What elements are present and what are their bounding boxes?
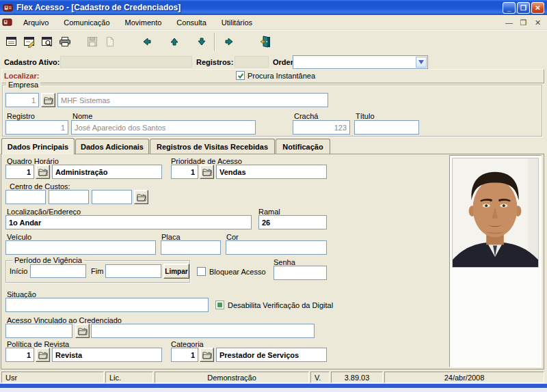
view-record-button[interactable]: [38, 33, 56, 51]
record-card-icon: [5, 36, 18, 48]
cracha-label: Crachá: [294, 112, 318, 120]
record-view-icon: [41, 36, 53, 48]
check-icon: [237, 72, 244, 79]
desabilita-digital-label: Desabilita Verificação da Digital: [228, 301, 333, 309]
menu-arquivo[interactable]: Arquivo: [16, 15, 56, 29]
nome-field[interactable]: [71, 120, 256, 135]
print-button[interactable]: [56, 33, 74, 51]
procura-instantanea-checkbox[interactable]: [236, 71, 245, 80]
acesso-vinculado-code-field[interactable]: [5, 324, 72, 338]
tab-notificacao[interactable]: Notificação: [276, 139, 330, 154]
ordem-dropdown-button[interactable]: [416, 57, 427, 68]
empresa-lookup-button[interactable]: [41, 93, 55, 107]
centro-custos-field-3[interactable]: [92, 190, 132, 204]
clear-button[interactable]: [101, 33, 119, 51]
title-bar: Flex Acesso - [Cadastro de Credenciados]…: [0, 0, 547, 15]
flex-acesso-window: Flex Acesso - [Cadastro de Credenciados]…: [0, 0, 547, 392]
quadro-horario-value-field[interactable]: [52, 165, 162, 179]
status-demonstracao: Demonstração: [155, 372, 309, 383]
menu-bar: Arquivo Comunicação Movimento Consulta U…: [0, 15, 547, 30]
centro-custos-field-1[interactable]: [5, 190, 46, 204]
blank-page-icon: [104, 36, 116, 48]
tab-dados-principais[interactable]: Dados Principais: [1, 138, 75, 154]
senha-field[interactable]: [274, 266, 327, 280]
toolbar-separator: [214, 33, 215, 51]
menu-consulta[interactable]: Consulta: [169, 15, 213, 29]
status-date: 24/abr/2008: [384, 372, 544, 383]
tab-label: Registros de Visitas Recebidas: [157, 143, 268, 151]
quadro-horario-code-field[interactable]: [5, 165, 34, 179]
acesso-vinculado-value-field[interactable]: [91, 324, 315, 338]
menu-comunicacao[interactable]: Comunicação: [56, 15, 117, 29]
mdi-child-icon: [2, 17, 12, 27]
toolbar: [0, 30, 547, 53]
inicio-field[interactable]: [30, 264, 86, 278]
mdi-close-button[interactable]: ✕: [533, 18, 543, 27]
edit-record-button[interactable]: [21, 33, 38, 51]
folder-search-icon: [202, 168, 212, 176]
situacao-field[interactable]: [5, 298, 209, 312]
prioridade-code-field[interactable]: [171, 165, 198, 179]
categoria-code-field[interactable]: [171, 348, 198, 362]
politica-code-field[interactable]: [5, 348, 34, 362]
folder-search-icon: [137, 193, 146, 201]
new-record-button[interactable]: [3, 33, 21, 51]
arrow-up-icon: [169, 36, 180, 47]
titulo-field[interactable]: [354, 120, 419, 135]
folder-search-icon: [38, 168, 48, 176]
empresa-code-field[interactable]: [5, 93, 39, 107]
ordem-combobox-value: [293, 56, 295, 64]
nav-down-button[interactable]: [193, 33, 211, 51]
placa-field[interactable]: [161, 240, 221, 255]
empresa-name-field[interactable]: [57, 93, 328, 107]
centro-custos-lookup-button[interactable]: [134, 190, 148, 204]
status-version: 3.89.03: [331, 372, 383, 383]
registro-field[interactable]: [5, 120, 68, 135]
tab-registros-visitas[interactable]: Registros de Visitas Recebidas: [150, 139, 275, 154]
nav-left-button[interactable]: [138, 33, 156, 51]
quadro-horario-lookup-button[interactable]: [36, 165, 50, 179]
exit-button[interactable]: [257, 33, 275, 51]
veiculo-field[interactable]: [5, 240, 156, 255]
cracha-field[interactable]: [293, 120, 350, 135]
nav-up-button[interactable]: [165, 33, 183, 51]
photo-panel: [449, 155, 542, 367]
desktop-strip: [0, 388, 547, 392]
folder-search-icon: [44, 96, 53, 104]
procura-instantanea-label: Procura Instantânea: [248, 72, 315, 80]
status-v-label: V.: [310, 372, 330, 383]
prioridade-value-field[interactable]: [216, 165, 327, 179]
vigencia-group-label: Período de Vigência: [12, 256, 84, 264]
fim-field[interactable]: [105, 264, 161, 278]
cor-field[interactable]: [226, 240, 327, 255]
ordem-combobox[interactable]: [293, 55, 428, 69]
window-minimize-button[interactable]: _: [503, 2, 516, 14]
bloquear-acesso-checkbox[interactable]: [197, 267, 206, 276]
tab-label: Notificação: [282, 143, 323, 151]
prioridade-lookup-button[interactable]: [200, 165, 214, 179]
nav-right-button[interactable]: [220, 33, 238, 51]
tab-dados-adicionais[interactable]: Dados Adicionais: [75, 139, 149, 154]
status-lic: Lic.: [105, 372, 153, 383]
mdi-minimize-button[interactable]: —: [504, 18, 514, 27]
mdi-restore-button[interactable]: ❐: [518, 18, 529, 27]
ramal-field[interactable]: [258, 215, 327, 229]
bloquear-acesso-label: Bloquear Acesso: [209, 268, 266, 276]
acesso-vinculado-lookup-button[interactable]: [75, 324, 90, 338]
politica-value-field[interactable]: [52, 348, 162, 362]
folder-search-icon: [78, 327, 88, 335]
save-button[interactable]: [83, 33, 101, 51]
window-close-button[interactable]: ✕: [531, 2, 544, 14]
menu-movimento[interactable]: Movimento: [118, 15, 170, 29]
fim-label: Fim: [91, 267, 103, 275]
localizacao-field[interactable]: [5, 215, 252, 229]
window-restore-button[interactable]: ❐: [517, 2, 530, 14]
categoria-value-field[interactable]: [216, 348, 327, 362]
menu-utilitarios[interactable]: Utilitários: [214, 15, 260, 29]
politica-lookup-button[interactable]: [36, 348, 50, 362]
categoria-lookup-button[interactable]: [200, 348, 214, 362]
localizar-label: Localizar:: [4, 72, 39, 80]
desabilita-digital-checkbox[interactable]: [215, 300, 224, 309]
limpar-button[interactable]: Limpar: [163, 264, 189, 279]
centro-custos-field-2[interactable]: [49, 190, 89, 204]
